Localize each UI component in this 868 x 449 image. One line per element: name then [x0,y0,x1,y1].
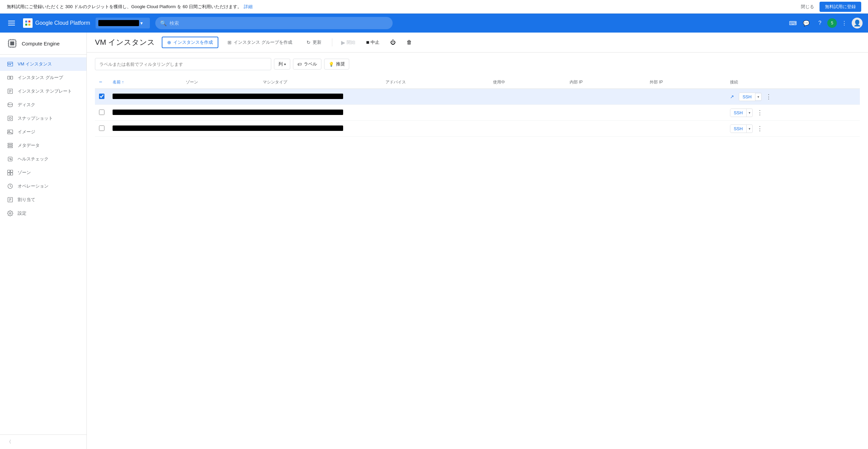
row-2-more-button[interactable]: ⋮ [755,108,765,117]
sidebar-item-zones[interactable]: ゾーン [0,166,86,179]
start-label: 開始 [347,39,355,45]
reset-icon: ⏻ [390,39,396,45]
sidebar-item-snapshots[interactable]: スナップショット [0,112,86,125]
sidebar-label-health-checks: ヘルスチェック [18,156,48,162]
notif-actions: 閉じる 無料試用に登録 [801,2,861,12]
support-badge[interactable]: 5 [827,18,837,28]
deselect-all-button[interactable]: − [99,79,102,85]
row-1-checkbox[interactable] [99,94,104,99]
col-header-advice: アドバイス [381,76,489,89]
cloud-shell-icon: ⌨ [789,20,797,26]
label-label: ラベル [304,61,317,67]
table-header-row: − 名前 ↑ ゾーン マシンタイプ アドバイス [95,76,860,89]
sidebar-header: Compute Engine [0,33,86,55]
notif-message: 無料試用にご登録いただくと 300 ドルのクレジットを獲得し、Google Cl… [7,4,253,10]
filter-input[interactable] [95,58,271,70]
sidebar-item-settings[interactable]: 設定 [0,207,86,220]
sidebar-label-metadata: メタデータ [18,142,40,149]
row-3-checkbox[interactable] [99,125,104,131]
vm-instances-icon [7,61,14,67]
create-instance-button[interactable]: ⊕ インスタンスを作成 [162,37,218,48]
reset-button[interactable]: ⏻ [387,37,399,47]
notifications-button[interactable]: 💬 [800,17,812,29]
search-input[interactable] [170,20,388,26]
svg-point-48 [9,213,11,214]
columns-dropdown-arrow: ▾ [284,62,286,66]
row-2-ssh-dropdown[interactable]: SSH ▾ [730,109,753,117]
notif-detail-link[interactable]: 詳細 [244,4,253,10]
stop-button[interactable]: ■ 中止 [363,37,383,47]
row-1-ssh-dropdown[interactable]: SSH ▾ [739,93,762,101]
sidebar-label-settings: 設定 [18,210,26,216]
user-avatar[interactable]: 👤 [852,18,863,28]
create-group-label: インスタンス グループを作成 [234,39,292,45]
sidebar: Compute Engine VM インスタンス インスタンス グループ [0,33,87,449]
row-2-checkbox[interactable] [99,110,104,115]
svg-rect-23 [11,76,13,79]
row-2-redacted [113,110,343,115]
sidebar-item-quotas[interactable]: 割り当て [0,193,86,207]
sidebar-item-vm-instances[interactable]: VM インスタンス [0,57,86,71]
sidebar-item-images[interactable]: イメージ [0,125,86,139]
notification-bar: 無料試用にご登録いただくと 300 ドルのクレジットを獲得し、Google Cl… [0,0,868,14]
cloud-shell-button[interactable]: ⌨ [787,17,799,29]
sidebar-item-disks[interactable]: ディスク [0,98,86,112]
columns-button[interactable]: 列 ▾ [274,59,290,70]
row-1-external-link-icon[interactable]: ↗ [730,94,734,99]
images-icon [7,129,14,135]
filter-row: 列 ▾ 🏷 ラベル 💡 推奨 [95,58,860,70]
svg-point-32 [9,117,11,119]
notif-text: 無料試用にご登録いただくと 300 ドルのクレジットを獲得し、Google Cl… [7,4,242,10]
instance-templates-icon [7,88,14,95]
refresh-button[interactable]: ↻ 更新 [301,37,327,48]
sidebar-label-vm-instances: VM インスタンス [18,61,52,67]
more-options-button[interactable]: ⋮ [838,17,850,29]
hamburger-menu-icon [8,21,15,25]
row-1-ssh-arrow[interactable]: ▾ [755,94,761,100]
row-2-ssh-arrow[interactable]: ▾ [747,110,752,116]
search-icon: 🔍 [160,20,167,26]
row-1-more-button[interactable]: ⋮ [764,92,774,101]
table-row: ↗ SSH ▾ ⋮ [95,89,860,105]
row-3-ssh-label: SSH [730,125,747,133]
row-3-ssh-arrow[interactable]: ▾ [747,125,752,132]
sidebar-item-metadata[interactable]: メタデータ [0,139,86,152]
start-button[interactable]: ▶ 開始 [338,37,359,48]
row-3-redacted [113,125,343,131]
sidebar-label-quotas: 割り当て [18,197,35,203]
col-header-connection: 接続 [726,76,860,89]
row-2-ssh-label: SSH [730,109,747,117]
row-3-ssh-dropdown[interactable]: SSH ▾ [730,124,753,133]
hamburger-menu-button[interactable] [5,17,18,29]
sidebar-item-operations[interactable]: オペレーション [0,179,86,193]
vm-table: − 名前 ↑ ゾーン マシンタイプ アドバイス [95,76,860,137]
col-header-name[interactable]: 名前 ↑ [108,76,182,89]
label-button[interactable]: 🏷 ラベル [293,59,321,70]
stop-icon: ■ [366,39,370,45]
delete-icon: 🗑 [407,39,412,45]
notif-close-button[interactable]: 閉じる [801,4,814,10]
project-dropdown-arrow: ▾ [140,20,143,26]
row-3-more-button[interactable]: ⋮ [755,124,765,133]
create-instance-label: インスタンスを作成 [173,39,213,45]
stop-label: 中止 [371,39,379,45]
sidebar-item-instance-groups[interactable]: インスタンス グループ [0,71,86,84]
sidebar-item-health-checks[interactable]: ヘルスチェック [0,152,86,166]
project-selector[interactable]: ▾ [96,18,150,28]
svg-rect-37 [8,147,13,148]
search-box[interactable]: 🔍 [155,17,393,29]
svg-rect-35 [8,143,13,144]
sidebar-item-instance-templates[interactable]: インスタンス テンプレート [0,84,86,98]
help-button[interactable]: ? [814,17,826,29]
sidebar-collapse-button[interactable]: 〈 [0,434,86,449]
notif-register-button[interactable]: 無料試用に登録 [820,2,861,12]
recommend-button[interactable]: 💡 推奨 [324,59,349,70]
sidebar-label-disks: ディスク [18,102,35,108]
metadata-icon [7,142,14,149]
svg-rect-42 [11,173,13,175]
table-row: SSH ▾ ⋮ [95,121,860,137]
create-group-button[interactable]: ⊞ インスタンス グループを作成 [222,37,297,48]
sidebar-label-instance-groups: インスタンス グループ [18,75,63,81]
table-row: SSH ▾ ⋮ [95,105,860,121]
delete-button[interactable]: 🗑 [403,37,415,47]
